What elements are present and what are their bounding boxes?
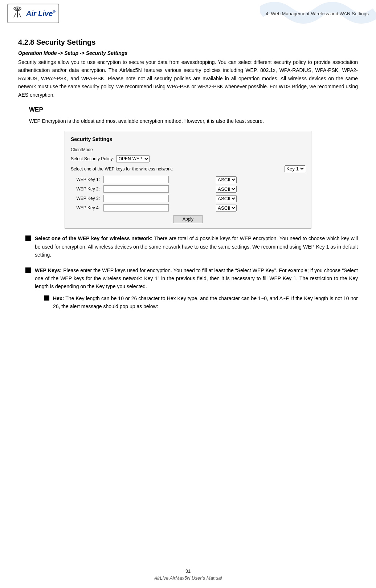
wep-key-3-type-select[interactable]: ASCII: [216, 195, 237, 202]
footer: 31 AirLive AirMax5N User’s Manual: [0, 568, 376, 581]
wep-key-4-input[interactable]: [103, 204, 169, 212]
wep-key-1-label: WEP Key 1:: [71, 177, 103, 182]
wep-description: WEP Encryption is the oldest and most av…: [29, 117, 358, 125]
bullet-item-1: Select one of the WEP key for wireless n…: [25, 234, 358, 259]
wep-key-2-input[interactable]: [103, 185, 169, 193]
bullet-section: Select one of the WEP key for wireless n…: [25, 234, 358, 310]
operation-mode-label: Operation Mode -> Setup -> Security Sett…: [18, 50, 358, 56]
main-content: 4.2.8 Security Settings Operation Mode -…: [0, 27, 376, 329]
wep-key-1-input[interactable]: [103, 176, 169, 183]
footer-page-number: 31: [0, 568, 376, 574]
footer-brand: AirLive AirMax5N User’s Manual: [0, 575, 376, 581]
select-wep-key-label: Select one of the WEP keys for the wirel…: [71, 166, 281, 172]
bullet-text-1: Select one of the WEP key for wireless n…: [35, 234, 358, 259]
wep-key-row-2: WEP Key 2: ASCII: [71, 185, 305, 193]
sub-bullet-text-hex: Hex: The Key length can be 10 or 26 char…: [53, 294, 358, 311]
svg-line-5: [19, 13, 21, 17]
bullet-item-2: WEP Keys: Please enter the WEP keys used…: [25, 266, 358, 311]
antenna-icon: [11, 6, 24, 21]
wep-key-3-input[interactable]: [103, 195, 169, 202]
select-policy-row: Select Security Policy: OPEN-WEP: [71, 155, 305, 162]
header-title-area: 4. Web Management-Wireless and WAN Setti…: [249, 0, 376, 27]
sub-bullet-hex: Hex: The Key length can be 10 or 26 char…: [44, 294, 358, 311]
section-heading: 4.2.8 Security Settings: [18, 38, 358, 47]
wep-key-4-type-select[interactable]: ASCII: [216, 205, 237, 212]
wep-key-row-3: WEP Key 3: ASCII: [71, 195, 305, 202]
apply-button[interactable]: Apply: [173, 215, 203, 223]
wep-key-3-type: ASCII: [216, 195, 237, 202]
panel-title: Security Settings: [71, 136, 305, 142]
sub-bullet-icon-hex: [44, 295, 49, 301]
wep-key-select-dropdown[interactable]: Key 1: [285, 165, 305, 172]
apply-button-row: Apply: [71, 215, 305, 223]
svg-point-3: [17, 8, 19, 9]
wep-key-row-4: WEP Key 4: ASCII: [71, 204, 305, 212]
sub-bullet-hex-normal: The Key length can be 10 or 26 character…: [53, 295, 358, 309]
wep-heading: WEP: [29, 106, 358, 113]
bullet-text-2: WEP Keys: Please enter the WEP keys used…: [35, 266, 358, 311]
bullet-icon-1: [25, 235, 31, 241]
wep-key-2-type-select[interactable]: ASCII: [216, 186, 237, 193]
wep-key-4-type: ASCII: [216, 205, 237, 212]
bullet-icon-2: [25, 267, 31, 273]
wep-key-row-1: WEP Key 1: ASCII: [71, 176, 305, 183]
sub-bullet-hex-bold: Hex:: [53, 295, 64, 301]
logo-text: Air Live®: [26, 9, 56, 18]
wep-key-3-label: WEP Key 3:: [71, 196, 103, 201]
select-wep-key-row: Select one of the WEP keys for the wirel…: [71, 165, 305, 172]
wep-key-1-type-select[interactable]: ASCII: [216, 176, 237, 183]
client-mode-label: ClientMode: [71, 147, 305, 152]
wep-key-2-label: WEP Key 2:: [71, 186, 103, 192]
bullet-2-bold: WEP Keys:: [35, 267, 62, 273]
logo-area: Air Live®: [7, 4, 59, 23]
wep-key-4-label: WEP Key 4:: [71, 205, 103, 210]
bullet-2-normal: Please enter the WEP keys used for encry…: [35, 267, 358, 290]
select-policy-dropdown[interactable]: OPEN-WEP: [116, 155, 150, 162]
security-settings-panel: Security Settings ClientMode Select Secu…: [65, 131, 311, 229]
header-title: 4. Web Management-Wireless and WAN Setti…: [266, 11, 369, 16]
svg-line-4: [14, 13, 16, 17]
wep-key-1-type: ASCII: [216, 176, 237, 183]
wep-key-2-type: ASCII: [216, 186, 237, 193]
page-header: Air Live® 4. Web Management-Wireless and…: [0, 0, 376, 27]
logo-box: Air Live®: [7, 4, 59, 23]
bullet-1-bold: Select one of the WEP key for wireless n…: [35, 235, 152, 241]
select-policy-label: Select Security Policy:: [71, 156, 114, 161]
section-description: Security settings allow you to use encry…: [18, 58, 358, 99]
wep-keys-container: WEP Key 1: ASCII WEP Key 2: ASCII WEP Ke…: [71, 176, 305, 212]
